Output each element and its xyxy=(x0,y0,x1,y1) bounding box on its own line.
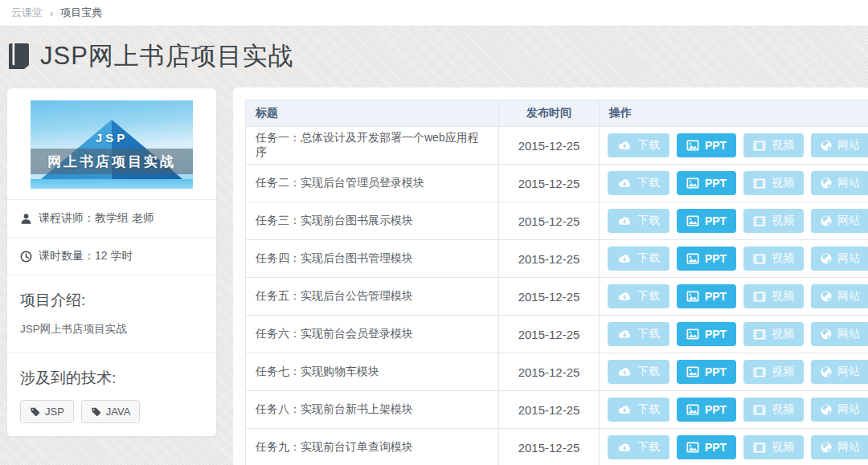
video-button[interactable]: 视频 xyxy=(743,435,804,459)
page-header: JSP网上书店项目实战 xyxy=(0,27,868,88)
globe-icon xyxy=(821,291,832,302)
intro-heading: 项目介绍: xyxy=(20,290,203,311)
actions-cell: 下载 PPT xyxy=(600,278,868,316)
video-button[interactable]: 视频 xyxy=(743,398,804,422)
ppt-button[interactable]: PPT xyxy=(677,133,736,157)
site-button[interactable]: 网站 xyxy=(811,322,868,346)
ppt-button[interactable]: PPT xyxy=(677,284,736,308)
task-title: 任务二：实现后台管理员登录模块 xyxy=(246,165,499,202)
download-button[interactable]: 下载 xyxy=(608,247,669,271)
site-button[interactable]: 网站 xyxy=(811,284,868,308)
tag-icon xyxy=(30,406,40,417)
download-button[interactable]: 下载 xyxy=(608,133,669,157)
ppt-label: PPT xyxy=(705,403,727,416)
video-label: 视频 xyxy=(772,251,794,266)
actions-cell: 下载 PPT xyxy=(600,202,868,240)
download-label: 下载 xyxy=(637,365,660,379)
tasks-panel: 标题 发布时间 操作 任务一：总体设计及开发部署一个web应用程序 2015-1… xyxy=(233,88,868,465)
cloud-download-icon xyxy=(617,405,632,415)
table-row: 任务六：实现前台会员登录模块 2015-12-25 下载 xyxy=(246,316,868,353)
site-button[interactable]: 网站 xyxy=(811,435,868,459)
hours-text: 课时数量：12 学时 xyxy=(39,249,133,263)
ppt-button[interactable]: PPT xyxy=(677,209,736,233)
download-button[interactable]: 下载 xyxy=(608,360,669,384)
video-label: 视频 xyxy=(772,289,794,304)
site-label: 网站 xyxy=(837,365,860,379)
ppt-button[interactable]: PPT xyxy=(677,322,736,346)
publish-date: 2015-12-25 xyxy=(499,429,600,465)
site-button[interactable]: 网站 xyxy=(811,360,868,384)
table-row: 任务九：实现前台订单查询模块 2015-12-25 下载 xyxy=(246,429,868,465)
publish-date: 2015-12-25 xyxy=(499,316,600,353)
picture-icon xyxy=(686,366,699,377)
breadcrumb: 云课堂 › 项目宝典 xyxy=(0,0,868,27)
picture-icon xyxy=(686,177,699,189)
ppt-button[interactable]: PPT xyxy=(677,398,736,422)
video-button[interactable]: 视频 xyxy=(743,133,804,157)
cloud-download-icon xyxy=(617,292,632,302)
video-button[interactable]: 视频 xyxy=(743,247,804,271)
ppt-button[interactable]: PPT xyxy=(677,247,736,271)
cloud-download-icon xyxy=(617,443,632,453)
video-label: 视频 xyxy=(772,402,794,417)
ppt-label: PPT xyxy=(705,214,727,227)
col-header-actions: 操作 xyxy=(600,100,868,127)
actions-cell: 下载 PPT xyxy=(600,429,868,465)
site-button[interactable]: 网站 xyxy=(811,247,868,271)
picture-icon xyxy=(686,442,699,453)
user-icon xyxy=(20,213,32,225)
ppt-button[interactable]: PPT xyxy=(677,360,736,384)
cloud-download-icon xyxy=(617,178,632,189)
task-title: 任务八：实现前台新书上架模块 xyxy=(246,391,499,429)
site-label: 网站 xyxy=(837,138,860,153)
globe-icon xyxy=(821,404,832,415)
download-button[interactable]: 下载 xyxy=(608,284,669,308)
breadcrumb-home-link[interactable]: 云课堂 xyxy=(11,6,43,20)
video-button[interactable]: 视频 xyxy=(743,284,804,308)
download-button[interactable]: 下载 xyxy=(608,435,669,459)
video-button[interactable]: 视频 xyxy=(743,171,804,195)
site-button[interactable]: 网站 xyxy=(811,398,868,422)
picture-icon xyxy=(686,215,699,226)
download-button[interactable]: 下载 xyxy=(608,322,669,346)
download-label: 下载 xyxy=(637,214,660,228)
task-title: 任务一：总体设计及开发部署一个web应用程序 xyxy=(246,127,499,165)
instructor-text: 课程讲师：教学组 老师 xyxy=(39,211,154,226)
video-button[interactable]: 视频 xyxy=(743,322,804,346)
video-label: 视频 xyxy=(772,365,794,379)
ppt-label: PPT xyxy=(705,328,727,341)
hours-row: 课时数量：12 学时 xyxy=(7,237,216,275)
cloud-download-icon xyxy=(617,216,632,226)
globe-icon xyxy=(821,215,832,226)
tech-heading: 涉及到的技术: xyxy=(20,368,203,389)
site-button[interactable]: 网站 xyxy=(811,133,868,157)
video-button[interactable]: 视频 xyxy=(743,209,804,233)
tag-java[interactable]: JAVA xyxy=(81,400,141,423)
download-button[interactable]: 下载 xyxy=(608,398,669,422)
tag-jsp[interactable]: JSP xyxy=(20,400,74,423)
download-button[interactable]: 下载 xyxy=(608,171,669,195)
ppt-button[interactable]: PPT xyxy=(677,435,736,459)
site-button[interactable]: 网站 xyxy=(811,171,868,195)
download-label: 下载 xyxy=(637,440,660,455)
publish-date: 2015-12-25 xyxy=(499,202,600,240)
table-row: 任务二：实现后台管理员登录模块 2015-12-25 下载 xyxy=(246,165,868,202)
actions-cell: 下载 PPT xyxy=(600,165,868,202)
video-label: 视频 xyxy=(772,138,794,153)
ppt-label: PPT xyxy=(705,365,727,378)
video-button[interactable]: 视频 xyxy=(743,360,804,384)
breadcrumb-separator-icon: › xyxy=(50,7,53,19)
table-row: 任务三：实现前台图书展示模块 2015-12-25 下载 xyxy=(246,202,868,240)
picture-icon xyxy=(686,328,699,340)
film-icon xyxy=(753,405,766,415)
site-label: 网站 xyxy=(837,214,860,228)
download-button[interactable]: 下载 xyxy=(608,209,669,233)
course-cover-wrap: JSP 网上书店项目实战 xyxy=(7,88,216,199)
table-row: 任务一：总体设计及开发部署一个web应用程序 2015-12-25 下载 xyxy=(246,127,868,165)
film-icon xyxy=(753,367,766,377)
site-button[interactable]: 网站 xyxy=(811,209,868,233)
site-label: 网站 xyxy=(837,176,860,190)
task-title: 任务九：实现前台订单查询模块 xyxy=(246,429,499,465)
cover-title-band: 网上书店项目实战 xyxy=(31,149,193,174)
ppt-button[interactable]: PPT xyxy=(677,171,736,195)
